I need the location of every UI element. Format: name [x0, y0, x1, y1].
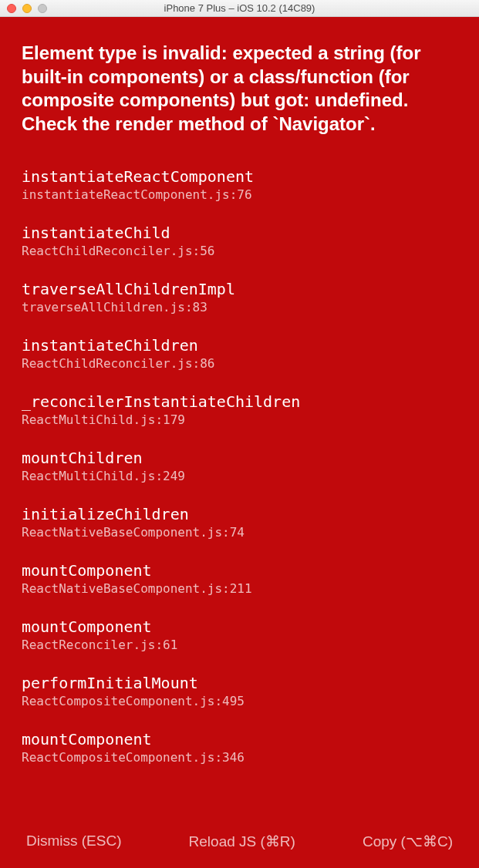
stack-frame-function: performInitialMount [22, 674, 457, 692]
stack-frame-location: ReactMultiChild.js:179 [22, 412, 457, 427]
stack-frame[interactable]: initializeChildrenReactNativeBaseCompone… [22, 505, 457, 540]
stack-frame-location: traverseAllChildren.js:83 [22, 300, 457, 315]
stack-frame[interactable]: mountChildrenReactMultiChild.js:249 [22, 449, 457, 483]
stack-frame[interactable]: mountComponentReactCompositeComponent.js… [22, 730, 457, 765]
stack-frame-location: ReactNativeBaseComponent.js:74 [22, 525, 457, 540]
stack-frame-function: mountComponent [22, 730, 457, 749]
stack-frame-function: instantiateChildren [22, 336, 457, 355]
stack-frame-location: ReactCompositeComponent.js:495 [22, 694, 457, 708]
copy-button[interactable]: Copy (⌥⌘C) [363, 833, 453, 850]
window-title: iPhone 7 Plus – iOS 10.2 (14C89) [0, 2, 479, 14]
window-titlebar: iPhone 7 Plus – iOS 10.2 (14C89) [0, 0, 479, 17]
stack-frame-location: ReactChildReconciler.js:86 [22, 356, 457, 371]
stack-frame-function: _reconcilerInstantiateChildren [22, 392, 457, 411]
maximize-icon [38, 4, 47, 13]
stack-frame[interactable]: mountComponentReactReconciler.js:61 [22, 617, 457, 652]
window-controls [0, 4, 47, 13]
stack-frame[interactable]: instantiateReactComponentinstantiateReac… [22, 167, 457, 202]
stack-frame-location: ReactCompositeComponent.js:346 [22, 750, 457, 765]
dismiss-button[interactable]: Dismiss (ESC) [26, 833, 122, 849]
stack-frame[interactable]: performInitialMountReactCompositeCompone… [22, 674, 457, 708]
minimize-icon[interactable] [22, 4, 32, 13]
simulator-screen: Element type is invalid: expected a stri… [0, 17, 479, 868]
stack-trace: instantiateReactComponentinstantiateReac… [22, 167, 457, 765]
stack-frame-location: ReactChildReconciler.js:56 [22, 244, 457, 258]
stack-frame-location: instantiateReactComponent.js:76 [22, 187, 457, 202]
stack-frame[interactable]: mountComponentReactNativeBaseComponent.j… [22, 561, 457, 596]
stack-frame-location: ReactReconciler.js:61 [22, 638, 457, 652]
redbox-footer: Dismiss (ESC) Reload JS (⌘R) Copy (⌥⌘C) [0, 814, 479, 868]
stack-frame-function: initializeChildren [22, 505, 457, 523]
stack-frame-function: mountComponent [22, 561, 457, 580]
stack-frame[interactable]: traverseAllChildrenImpltraverseAllChildr… [22, 280, 457, 315]
stack-frame[interactable]: instantiateChildrenReactChildReconciler.… [22, 336, 457, 371]
stack-frame-function: mountChildren [22, 449, 457, 467]
stack-frame-function: instantiateChild [22, 224, 457, 242]
stack-frame-function: traverseAllChildrenImpl [22, 280, 457, 298]
error-message: Element type is invalid: expected a stri… [22, 42, 457, 136]
stack-frame[interactable]: instantiateChildReactChildReconciler.js:… [22, 224, 457, 258]
stack-frame-function: mountComponent [22, 617, 457, 636]
stack-frame-location: ReactMultiChild.js:249 [22, 469, 457, 483]
reload-button[interactable]: Reload JS (⌘R) [189, 833, 295, 850]
stack-frame-function: instantiateReactComponent [22, 167, 457, 186]
stack-frame-location: ReactNativeBaseComponent.js:211 [22, 581, 457, 596]
stack-frame[interactable]: _reconcilerInstantiateChildrenReactMulti… [22, 392, 457, 427]
redbox-content: Element type is invalid: expected a stri… [0, 17, 479, 814]
close-icon[interactable] [7, 4, 16, 13]
